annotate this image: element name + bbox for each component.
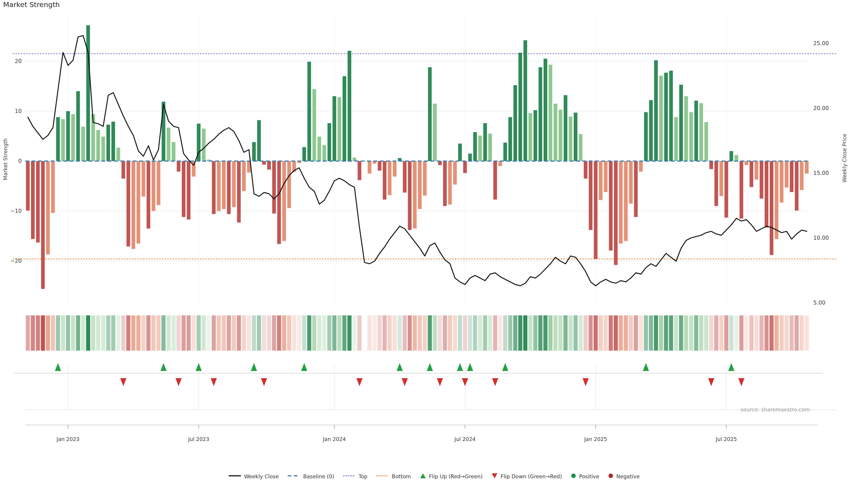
heatmap-cell — [368, 315, 372, 351]
heatmap-cell — [760, 315, 764, 351]
strength-bar — [730, 151, 733, 161]
heatmap-cell — [106, 315, 110, 351]
strength-bar — [86, 25, 90, 161]
strength-bar — [709, 161, 713, 169]
strength-bar — [790, 161, 794, 192]
strength-bar — [468, 154, 472, 161]
triangle-up-icon — [420, 473, 426, 480]
heatmap-cell — [373, 315, 377, 351]
strength-bar — [317, 137, 321, 161]
strength-bar — [162, 102, 165, 161]
flip-down-marker — [261, 378, 267, 386]
strength-bar — [51, 161, 55, 213]
heatmap-cell — [147, 315, 151, 351]
heatmap-cell — [151, 315, 156, 351]
heatmap-cell — [222, 315, 226, 351]
strength-bar — [624, 161, 628, 241]
heatmap-cell — [624, 315, 628, 351]
heatmap-cell — [684, 315, 688, 351]
strength-bar — [659, 76, 663, 161]
right-tick-label: 25.00 — [813, 40, 829, 46]
flip-down-marker — [437, 378, 443, 386]
heatmap-cell — [91, 315, 95, 351]
heatmap-cell — [212, 315, 216, 351]
heatmap-cell — [76, 315, 80, 351]
strength-bar — [428, 67, 432, 161]
strength-bar — [433, 104, 437, 161]
heatmap-cell — [544, 315, 548, 351]
heatmap-cell — [428, 315, 432, 351]
strength-bar — [569, 117, 572, 161]
strength-bar — [101, 137, 105, 161]
legend-label: Negative — [616, 474, 640, 480]
strength-bar — [31, 161, 35, 239]
heatmap-cell — [458, 315, 462, 351]
strength-bar — [368, 161, 371, 173]
strength-bar — [488, 134, 492, 161]
strength-bar — [770, 161, 773, 255]
left-tick-label: 0 — [18, 158, 22, 164]
heatmap-cell — [589, 315, 593, 351]
heatmap-cell — [302, 315, 306, 351]
strength-bar — [674, 117, 678, 161]
heatmap-cell — [503, 315, 507, 351]
heatmap-cell — [408, 315, 412, 351]
strength-bar — [167, 128, 170, 161]
strength-bar — [745, 161, 748, 165]
strength-bar — [267, 161, 271, 170]
legend-item-bottom: Bottom — [376, 473, 411, 480]
flip-down-marker — [176, 378, 182, 386]
flip-down-marker — [356, 378, 363, 386]
heatmap-cell — [282, 315, 286, 351]
heatmap-cell — [41, 315, 45, 351]
strength-bar — [46, 161, 50, 254]
x-tick-label: Jan 2025 — [584, 436, 607, 442]
heatmap-cell — [111, 315, 115, 351]
heatmap-cell — [468, 315, 472, 351]
strength-bar — [157, 161, 160, 205]
heatmap-cell — [694, 315, 698, 351]
strength-bar — [614, 161, 618, 265]
strength-bar — [177, 161, 180, 171]
heatmap-cell — [262, 315, 266, 351]
heatmap-cell — [237, 315, 241, 351]
heatmap-cell — [297, 315, 301, 351]
heatmap-cell — [765, 315, 769, 351]
heatmap-cell — [473, 315, 477, 351]
strength-bar — [116, 148, 120, 161]
heatmap-cell — [805, 315, 809, 351]
heatmap-cell — [51, 315, 55, 351]
legend-line-icon — [228, 473, 241, 480]
heatmap-cell — [393, 315, 397, 351]
heatmap-cell — [433, 315, 437, 351]
heatmap-cell — [619, 315, 623, 351]
strength-bar — [438, 161, 442, 165]
heatmap-cell — [774, 315, 778, 351]
heatmap-cell — [71, 315, 75, 351]
heatmap-cell — [277, 315, 281, 351]
strength-bar — [448, 161, 452, 204]
heatmap-cell — [272, 315, 276, 351]
heatmap-cell — [227, 315, 231, 351]
heatmap-cell — [538, 315, 542, 351]
strength-bar — [604, 161, 608, 192]
strength-bar — [609, 161, 613, 251]
strength-bar — [348, 51, 351, 161]
heatmap-cell — [508, 315, 512, 351]
strength-bar — [41, 161, 45, 289]
strength-bar — [232, 161, 236, 207]
heatmap-cell — [679, 315, 683, 351]
flip-down-marker — [120, 378, 126, 386]
heatmap-cell — [744, 315, 748, 351]
heatmap-cell — [121, 315, 125, 351]
strength-bar — [519, 53, 522, 161]
heatmap-cell — [232, 315, 236, 351]
strength-bar — [544, 59, 547, 161]
heatmap-cell — [689, 315, 693, 351]
chart-canvas: Jan 2023Jul 2023Jan 2024Jul 2024Jan 2025… — [0, 0, 868, 488]
heatmap-cell — [719, 315, 723, 351]
heatmap-cell — [553, 315, 557, 351]
heatmap-cell — [659, 315, 663, 351]
heatmap-cell — [795, 315, 799, 351]
strength-bar — [503, 142, 507, 161]
